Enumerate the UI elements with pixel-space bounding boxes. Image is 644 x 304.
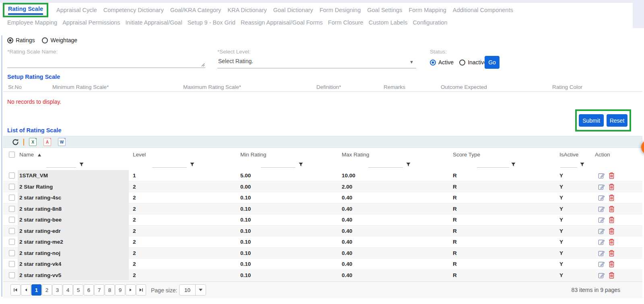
status-active-radio-icon[interactable] [430,60,436,66]
filter-icon-min-rating[interactable] [299,161,303,168]
filter-icon-level[interactable] [190,161,194,168]
tab-appraisal-permissions[interactable]: Appraisal Permissions [62,19,120,26]
page-button-4[interactable]: 4 [63,284,73,296]
tab-competency-dictionary[interactable]: Competency Dictionary [103,7,164,13]
page-size-select[interactable]: 10 [179,284,206,296]
chevron-down-icon[interactable] [195,285,206,295]
delete-icon[interactable] [609,261,615,267]
tab-rating-scale[interactable]: Rating Scale [8,6,43,12]
edit-icon[interactable] [598,216,605,223]
tab-employee-mapping[interactable]: Employee Mapping [7,19,57,26]
page-button-5[interactable]: 5 [73,284,83,296]
reset-button[interactable]: Reset [607,114,627,127]
edit-icon[interactable] [598,194,605,201]
go-button[interactable]: Go [485,56,500,69]
status-inactive-radio-icon[interactable] [459,60,465,66]
filter-icon-max-rating[interactable] [406,161,411,168]
delete-icon[interactable] [609,216,615,223]
tab-goal-settings[interactable]: Goal Settings [367,7,402,13]
edit-icon[interactable] [598,272,605,279]
filter-icon-score-type[interactable] [511,161,516,168]
filter-icon-name[interactable] [79,161,84,168]
edit-icon[interactable] [598,261,605,267]
delete-icon[interactable] [609,238,615,245]
delete-icon[interactable] [609,205,615,212]
column-header-max-rating[interactable]: Max Rating [342,152,369,158]
tab-goal-kra-category[interactable]: Goal/KRA Category [170,7,221,13]
delete-icon[interactable] [609,172,615,179]
first-page-button[interactable] [10,284,21,296]
previous-page-button[interactable] [21,284,31,296]
tab-configuration[interactable]: Configuration [413,19,447,26]
tab-form-mapping[interactable]: Form Mapping [409,7,446,13]
ratings-radio[interactable]: Ratings [7,37,35,43]
page-button-2[interactable]: 2 [42,284,52,296]
edit-icon[interactable] [598,238,605,245]
export-word-icon[interactable]: W [58,138,66,146]
filter-input-level[interactable] [152,160,187,168]
tab-reassign-appraisal-goal-forms[interactable]: Reassign Appraisal/Goal Forms [241,19,323,26]
tab-initiate-appraisal-goal[interactable]: Initiate Appraisal/Goal [126,19,182,26]
column-header-min-rating[interactable]: Min Rating [240,152,266,158]
row-checkbox[interactable] [9,239,15,245]
row-checkbox[interactable] [9,272,15,278]
column-header-action[interactable]: Action [595,152,610,158]
select-all-checkbox[interactable] [9,152,15,158]
filter-icon-isactive[interactable] [580,161,584,168]
row-checkbox[interactable] [9,206,15,212]
filter-input-isactive[interactable] [560,160,577,168]
status-inactive-radio[interactable]: Inactive [459,59,487,66]
row-checkbox[interactable] [9,184,15,190]
refresh-icon[interactable] [12,138,19,146]
ratings-radio-icon[interactable] [7,37,13,43]
page-button-1[interactable]: 1 [31,284,41,296]
row-checkbox[interactable] [9,173,15,179]
delete-icon[interactable] [609,183,615,190]
row-checkbox[interactable] [9,217,15,223]
page-button-6[interactable]: 6 [84,284,94,296]
row-checkbox[interactable] [9,228,15,234]
edit-icon[interactable] [598,183,605,190]
rating-scale-name-input[interactable] [7,56,205,68]
export-excel-icon[interactable]: X [29,138,37,146]
column-header-score-type[interactable]: Score Type [453,152,480,158]
tab-appraisal-cycle[interactable]: Appraisal Cycle [56,7,97,13]
page-button-9[interactable]: 9 [115,284,125,296]
delete-icon[interactable] [609,272,615,279]
row-checkbox[interactable] [9,195,15,201]
column-header-level[interactable]: Level [133,152,146,158]
edit-icon[interactable] [598,228,605,234]
filter-input-max-rating[interactable] [368,160,403,168]
page-button-7[interactable]: 7 [94,284,104,296]
tab-form-closure[interactable]: Form Closure [328,19,363,26]
edit-icon[interactable] [598,250,605,257]
textarea-resize-icon[interactable] [201,63,205,67]
delete-icon[interactable] [609,194,615,201]
chevron-down-icon[interactable]: ▼ [409,60,414,64]
page-button-3[interactable]: 3 [52,284,62,296]
tab-additional-components[interactable]: Additional Components [453,7,513,13]
column-header-isactive[interactable]: IsActive [559,152,578,158]
tab-kra-dictionary[interactable]: KRA Dictionary [227,7,267,13]
submit-button[interactable]: Submit [579,114,604,127]
tab-goal-dictionary[interactable]: Goal Dictionary [273,7,313,13]
page-button-8[interactable]: 8 [105,284,115,296]
last-page-button[interactable] [136,284,146,296]
tab-form-designing[interactable]: Form Designing [320,7,361,13]
delete-icon[interactable] [609,228,615,234]
edit-icon[interactable] [598,205,605,212]
filter-input-name[interactable] [46,160,76,168]
filter-input-min-rating[interactable] [261,160,295,168]
row-checkbox[interactable] [9,261,15,267]
weightage-radio[interactable]: Weightage [42,37,77,43]
tab-custom-labels[interactable]: Custom Labels [369,19,408,26]
row-checkbox[interactable] [9,250,15,256]
delete-icon[interactable] [609,250,615,257]
export-pdf-icon[interactable]: A [43,138,51,146]
filter-input-score-type[interactable] [477,160,509,168]
next-page-button[interactable] [126,284,136,296]
status-active-radio[interactable]: Active [430,59,454,66]
column-header-name[interactable]: Name [19,152,41,158]
select-level-dropdown[interactable]: Select Rating. ▼ [217,56,416,68]
edit-icon[interactable] [598,172,605,179]
